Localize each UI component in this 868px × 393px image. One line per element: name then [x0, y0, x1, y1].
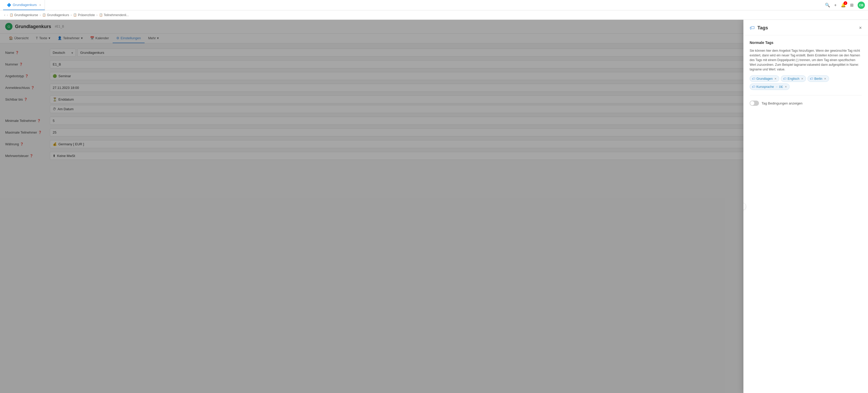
main-layout: G Grundlagenkurs #E1_B 🏠 Übersicht T Tex…: [0, 20, 868, 393]
normale-tags-title: Normale Tags: [750, 40, 862, 45]
breadcrumb-icon-4: 📋: [99, 13, 103, 17]
panel-tag-grundlagen[interactable]: 🏷 Grundlagen ×: [750, 75, 779, 82]
nav-forward-icon[interactable]: ›: [7, 13, 8, 17]
panel-tag-remove-berlin[interactable]: ×: [824, 77, 826, 81]
breadcrumb-item-grundlagenkurse[interactable]: 📋 Grundlagenkurse: [10, 13, 38, 17]
add-icon[interactable]: +: [834, 3, 837, 7]
breadcrumb-icon-2: 📋: [42, 13, 46, 17]
breadcrumb-icon-1: 📋: [10, 13, 13, 17]
tags-panel-title-row: 🏷 Tags: [750, 25, 768, 31]
tab-icon: 🔷: [7, 3, 11, 7]
panel-tag-label-berlin: Berlin: [814, 77, 822, 81]
panel-tag-remove-grundlagen[interactable]: ×: [775, 77, 777, 81]
breadcrumb-item-grundlagenkurs[interactable]: 📋 Grundlagenkurs: [42, 13, 69, 17]
breadcrumb-item-teilnehmendenli[interactable]: 📋 Teilnehmendenli...: [99, 13, 129, 17]
panel-tag-icon-englisch: 🏷: [783, 77, 786, 81]
breadcrumb-label-3: Präsenzliste: [78, 13, 95, 17]
avatar[interactable]: CB: [858, 2, 865, 9]
panel-tag-remove-englisch[interactable]: ×: [801, 77, 803, 81]
panel-tag-kurssprache[interactable]: 🏷 Kurssprache → DE ×: [750, 83, 789, 90]
panel-tags-list: 🏷 Grundlagen × 🏷 Englisch × 🏷 Berlin ×: [750, 75, 862, 90]
breadcrumb-sep-3: ›: [97, 13, 98, 17]
breadcrumb-sep-2: ›: [71, 13, 72, 17]
tags-panel-icon: 🏷: [750, 25, 755, 31]
tag-condition-label: Tag Bedingungen anzeigen: [762, 101, 803, 105]
topbar: 🔷 Grundlagenkurs × 🔍 + 🔔 ⊞ CB: [0, 0, 868, 10]
normale-tags-desc: Sie können hier dem Angebot Tags hinzufü…: [750, 48, 862, 72]
search-icon[interactable]: 🔍: [825, 3, 830, 7]
breadcrumb-icon-3: 📋: [73, 13, 77, 17]
tags-panel-close-button[interactable]: ×: [859, 25, 862, 31]
modal-overlay[interactable]: [0, 20, 868, 393]
panel-divider: [750, 95, 862, 95]
tags-panel-title: Tags: [757, 25, 768, 31]
panel-tag-label-grundlagen: Grundlagen: [756, 77, 773, 81]
topbar-icons: 🔍 + 🔔 ⊞ CB: [825, 2, 865, 9]
panel-tag-icon-grundlagen: 🏷: [752, 77, 755, 81]
tags-panel-body: Normale Tags Sie können hier dem Angebot…: [743, 35, 868, 111]
breadcrumb-sep-1: ›: [40, 13, 41, 17]
nav-back-icon[interactable]: ‹: [4, 13, 5, 17]
panel-tag-label-englisch: Englisch: [787, 77, 799, 81]
tab-close-button[interactable]: ×: [39, 3, 41, 6]
notification-icon[interactable]: 🔔: [841, 3, 846, 7]
tab-label: Grundlagenkurs: [13, 3, 37, 7]
normale-tags-section: Normale Tags Sie können hier dem Angebot…: [750, 40, 862, 90]
panel-tag-berlin[interactable]: 🏷 Berlin ×: [808, 75, 829, 82]
panel-tag-englisch[interactable]: 🏷 Englisch ×: [781, 75, 806, 82]
tag-condition-toggle[interactable]: [750, 101, 759, 106]
browser-tab-active[interactable]: 🔷 Grundlagenkurs ×: [3, 0, 45, 10]
panel-tag-val-kurssprache: DE: [779, 85, 783, 88]
grid-icon[interactable]: ⊞: [850, 3, 854, 7]
tags-panel: › 🏷 Tags × Normale Tags Sie können hier …: [743, 20, 868, 393]
breadcrumb-label-2: Grundlagenkurs: [47, 13, 69, 17]
panel-tag-remove-kurssprache[interactable]: ×: [785, 85, 787, 89]
panel-tag-icon-berlin: 🏷: [810, 77, 813, 81]
tag-condition-row: Tag Bedingungen anzeigen: [750, 101, 862, 106]
panel-tag-icon-kurssprache: 🏷: [752, 85, 755, 89]
panel-tag-arrow-kurssprache: →: [775, 85, 778, 88]
breadcrumb-label-4: Teilnehmendenli...: [104, 13, 129, 17]
breadcrumb-label-1: Grundlagenkurse: [14, 13, 38, 17]
panel-tag-label-kurssprache: Kurssprache: [756, 85, 774, 89]
panel-collapse-arrow[interactable]: ›: [743, 203, 746, 210]
tags-panel-header: 🏷 Tags ×: [743, 20, 868, 35]
breadcrumb-item-praesenzliste[interactable]: 📋 Präsenzliste: [73, 13, 95, 17]
breadcrumb: ‹ › 📋 Grundlagenkurse › 📋 Grundlagenkurs…: [0, 10, 868, 20]
